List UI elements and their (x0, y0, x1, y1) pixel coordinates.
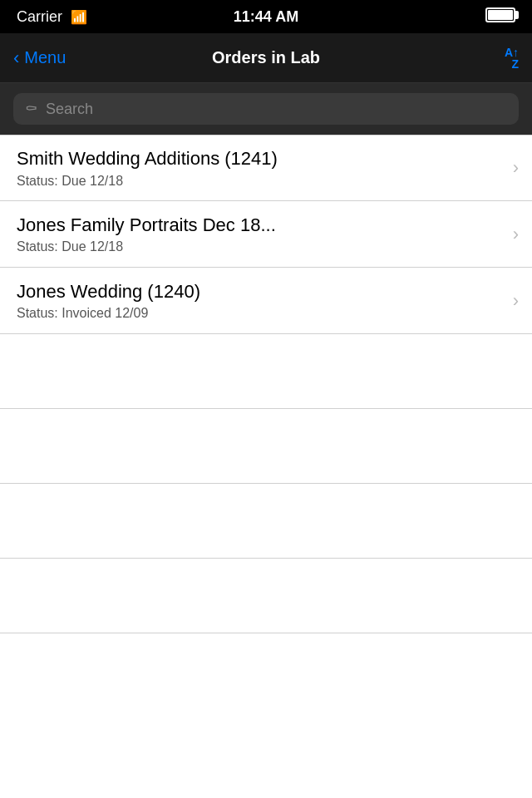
sort-z-label: Z (511, 58, 519, 70)
empty-row (0, 334, 532, 409)
list-item[interactable]: Jones Family Portraits Dec 18... Status:… (0, 201, 532, 268)
empty-row (0, 409, 532, 484)
wifi-icon: 📶 (71, 9, 87, 25)
page-title: Orders in Lab (212, 48, 320, 67)
chevron-right-icon: › (513, 157, 519, 179)
list-item[interactable]: Jones Wedding (1240) Status: Invoiced 12… (0, 268, 532, 334)
list-item-content: Smith Wedding Additions (1241) Status: D… (17, 147, 505, 189)
back-chevron-icon: ‹ (13, 47, 19, 69)
battery-icon (485, 7, 515, 27)
order-status: Status: Invoiced 12/09 (17, 306, 505, 321)
nav-bar: ‹ Menu Orders in Lab A↑ Z (0, 33, 532, 83)
carrier-label: Carrier (17, 8, 62, 26)
sort-icon: A↑ (505, 47, 519, 58)
back-label: Menu (24, 48, 66, 67)
back-button[interactable]: ‹ Menu (13, 47, 66, 69)
status-bar: Carrier 📶 11:44 AM (0, 0, 532, 33)
status-time: 11:44 AM (234, 8, 298, 26)
list-item[interactable]: Smith Wedding Additions (1241) Status: D… (0, 135, 532, 201)
sort-button[interactable]: A↑ Z (505, 47, 519, 70)
order-title: Jones Family Portraits Dec 18... (17, 214, 505, 238)
search-bar: ⚰ (0, 83, 532, 135)
empty-row (0, 559, 532, 633)
search-icon: ⚰ (25, 100, 37, 118)
orders-list: Smith Wedding Additions (1241) Status: D… (0, 135, 532, 633)
order-title: Jones Wedding (1240) (17, 280, 505, 304)
list-item-content: Jones Wedding (1240) Status: Invoiced 12… (17, 280, 505, 322)
empty-row (0, 484, 532, 559)
status-left: Carrier 📶 (17, 8, 87, 26)
chevron-right-icon: › (513, 290, 519, 312)
search-input-container[interactable]: ⚰ (13, 93, 519, 125)
chevron-right-icon: › (513, 224, 519, 245)
order-title: Smith Wedding Additions (1241) (17, 147, 505, 171)
list-item-content: Jones Family Portraits Dec 18... Status:… (17, 214, 505, 255)
search-input[interactable] (46, 101, 507, 118)
order-status: Status: Due 12/18 (17, 174, 505, 189)
order-status: Status: Due 12/18 (17, 239, 505, 254)
